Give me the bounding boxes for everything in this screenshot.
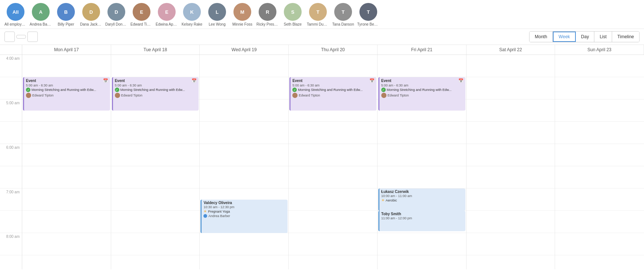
hour-cell-fri-3[interactable] bbox=[378, 122, 466, 144]
hour-cell-thu-4[interactable] bbox=[289, 144, 377, 166]
hour-cell-sun-4[interactable] bbox=[555, 144, 644, 166]
hour-cell-sat-6[interactable] bbox=[467, 189, 555, 211]
hour-cell-tue-4[interactable] bbox=[111, 144, 200, 166]
avatar-all[interactable]: AllAll employees bbox=[4, 3, 27, 26]
avatar-label-daryll: Daryll Dono... bbox=[105, 22, 127, 26]
hour-cell-mon-5[interactable] bbox=[22, 166, 111, 189]
time-slot-4: 6:00 am bbox=[0, 144, 22, 166]
hour-cell-thu-5[interactable] bbox=[289, 166, 377, 189]
hour-cell-tue-0[interactable] bbox=[111, 55, 200, 77]
avatar-edwina[interactable]: EEdwina Appl... bbox=[156, 3, 178, 26]
view-btn-timeline[interactable]: Timeline bbox=[612, 32, 639, 42]
avatar-billy[interactable]: BBilly Piper bbox=[55, 3, 77, 26]
avatar-edward[interactable]: EEdward Tipton bbox=[130, 3, 153, 26]
hour-cell-sun-3[interactable] bbox=[555, 122, 644, 144]
hour-cell-wed-9[interactable] bbox=[200, 255, 288, 269]
event-title: Event 📅 bbox=[26, 78, 108, 83]
hour-cell-wed-2[interactable] bbox=[200, 99, 288, 122]
hour-cell-sat-0[interactable] bbox=[467, 55, 555, 77]
event-time: 5:00 am - 6:30 am bbox=[292, 83, 375, 87]
hour-cell-fri-5[interactable] bbox=[378, 166, 466, 189]
hour-cell-fri-0[interactable] bbox=[378, 55, 466, 77]
hour-cell-thu-8[interactable] bbox=[289, 233, 377, 255]
hour-cell-tue-7[interactable] bbox=[111, 211, 200, 233]
event-fri-lukasz[interactable]: Łukasz Czerwik 10:00 am - 11:00 am ☀ Aer… bbox=[378, 189, 465, 211]
hour-cell-thu-6[interactable] bbox=[289, 189, 377, 211]
hour-cell-thu-3[interactable] bbox=[289, 122, 377, 144]
hour-cell-wed-0[interactable] bbox=[200, 55, 288, 77]
hour-cell-thu-9[interactable] bbox=[289, 255, 377, 269]
avatar-tammi[interactable]: TTammi Dukes bbox=[307, 3, 329, 26]
hour-cell-mon-0[interactable] bbox=[22, 55, 111, 77]
today-button[interactable] bbox=[16, 35, 26, 39]
hour-cell-fri-9[interactable] bbox=[378, 255, 466, 269]
nav-buttons bbox=[4, 32, 38, 42]
hour-cell-fri-4[interactable] bbox=[378, 144, 466, 166]
event-time: 5:00 am - 6:30 am bbox=[381, 83, 464, 87]
event-fri-morning[interactable]: Event 📅 5:00 am - 6:30 am ✓ Morning Stre… bbox=[378, 77, 465, 111]
hour-cell-sun-1[interactable] bbox=[555, 77, 644, 99]
hour-cell-wed-4[interactable] bbox=[200, 144, 288, 166]
prev-button[interactable] bbox=[4, 32, 15, 42]
hour-cell-mon-9[interactable] bbox=[22, 255, 111, 269]
hour-cell-sat-9[interactable] bbox=[467, 255, 555, 269]
avatar-seth[interactable]: SSeth Blaze bbox=[282, 3, 304, 26]
hour-cell-wed-5[interactable] bbox=[200, 166, 288, 189]
event-thu-morning[interactable]: Event 📅 5:00 am - 6:30 am ✓ Morning Stre… bbox=[289, 77, 376, 111]
hour-cell-sat-7[interactable] bbox=[467, 211, 555, 233]
hour-cell-tue-9[interactable] bbox=[111, 255, 200, 269]
hour-cell-sat-8[interactable] bbox=[467, 233, 555, 255]
hour-cell-mon-3[interactable] bbox=[22, 122, 111, 144]
hour-cell-tue-8[interactable] bbox=[111, 233, 200, 255]
hour-cell-wed-8[interactable] bbox=[200, 233, 288, 255]
event-class: ✓ Morning Stretching and Running with Ed… bbox=[381, 88, 464, 92]
hour-cell-mon-8[interactable] bbox=[22, 233, 111, 255]
hour-cell-sat-3[interactable] bbox=[467, 122, 555, 144]
hour-cell-sun-0[interactable] bbox=[555, 55, 644, 77]
hour-cell-mon-4[interactable] bbox=[22, 144, 111, 166]
avatar-ricky[interactable]: RRicky Pressley bbox=[256, 3, 279, 26]
avatar-kelsey[interactable]: KKelsey Rake bbox=[181, 3, 203, 26]
hour-cell-tue-3[interactable] bbox=[111, 122, 200, 144]
avatar-dana[interactable]: DDana Jackson bbox=[80, 3, 102, 26]
calendar-icon: 📅 bbox=[192, 78, 197, 83]
calendar-icon: 📅 bbox=[458, 78, 464, 83]
view-btn-day[interactable]: Day bbox=[576, 32, 594, 42]
avatar-tyrone[interactable]: TTyrone Bens... bbox=[357, 3, 379, 26]
hour-cell-sun-5[interactable] bbox=[555, 166, 644, 189]
hour-cell-sun-8[interactable] bbox=[555, 233, 644, 255]
hour-cell-fri-8[interactable] bbox=[378, 233, 466, 255]
hour-cell-sun-2[interactable] bbox=[555, 99, 644, 122]
avatar-daryll[interactable]: DDaryll Dono... bbox=[105, 3, 127, 26]
event-fri-toby[interactable]: Toby Smith 11:00 am - 12:00 pm bbox=[378, 211, 465, 231]
day-col-fri: Event 📅 5:00 am - 6:30 am ✓ Morning Stre… bbox=[378, 55, 467, 269]
avatar-tana[interactable]: TTana Danson bbox=[332, 3, 354, 26]
hour-cell-wed-3[interactable] bbox=[200, 122, 288, 144]
avatar-lee[interactable]: LLee Wong bbox=[206, 3, 228, 26]
next-button[interactable] bbox=[27, 32, 38, 42]
toolbar: MonthWeekDayListTimeline bbox=[0, 29, 644, 45]
view-btn-list[interactable]: List bbox=[594, 32, 612, 42]
avatar-minnie[interactable]: MMinnie Foss bbox=[231, 3, 253, 26]
hour-cell-sat-1[interactable] bbox=[467, 77, 555, 99]
hour-cell-wed-1[interactable] bbox=[200, 77, 288, 99]
event-mon-morning[interactable]: Event 📅 5:00 am - 6:30 am ✓ Morning Stre… bbox=[23, 77, 110, 111]
hour-cell-sun-7[interactable] bbox=[555, 211, 644, 233]
hour-cell-sat-2[interactable] bbox=[467, 99, 555, 122]
event-wed-valdecy[interactable]: Valdecy Oliveira 10:30 am - 12:30 pm ☀ P… bbox=[200, 200, 288, 233]
avatar-andrea[interactable]: AAndrea Barber bbox=[30, 3, 52, 26]
avatar-circle-tyrone: T bbox=[359, 3, 377, 21]
hour-cell-tue-6[interactable] bbox=[111, 189, 200, 211]
hour-cell-tue-5[interactable] bbox=[111, 166, 200, 189]
hour-cell-thu-7[interactable] bbox=[289, 211, 377, 233]
hour-cell-thu-0[interactable] bbox=[289, 55, 377, 77]
hour-cell-sun-9[interactable] bbox=[555, 255, 644, 269]
hour-cell-sat-5[interactable] bbox=[467, 166, 555, 189]
hour-cell-sun-6[interactable] bbox=[555, 189, 644, 211]
view-btn-month[interactable]: Month bbox=[530, 32, 552, 42]
hour-cell-mon-7[interactable] bbox=[22, 211, 111, 233]
event-tue-morning[interactable]: Event 📅 5:00 am - 6:30 am ✓ Morning Stre… bbox=[112, 77, 199, 111]
hour-cell-mon-6[interactable] bbox=[22, 189, 111, 211]
hour-cell-sat-4[interactable] bbox=[467, 144, 555, 166]
view-btn-week[interactable]: Week bbox=[553, 32, 576, 42]
